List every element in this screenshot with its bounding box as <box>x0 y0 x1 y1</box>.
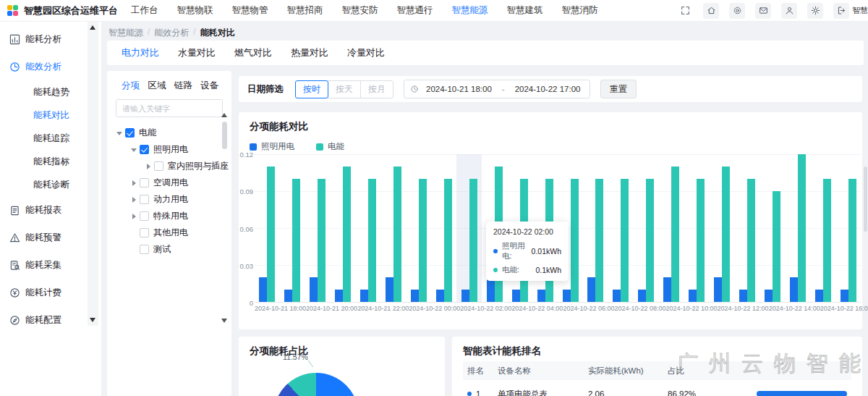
sidebar-subitem[interactable]: 能耗趋势 <box>0 80 101 104</box>
checkbox[interactable] <box>140 211 149 221</box>
tree-tab[interactable]: 链路 <box>174 80 192 92</box>
gear-icon[interactable] <box>729 3 745 19</box>
bar-group[interactable] <box>735 154 760 302</box>
scrollbar-thumb[interactable] <box>864 167 867 232</box>
tree-node[interactable]: 测试 <box>107 241 231 258</box>
tree-node[interactable]: 空调用电 <box>107 174 231 191</box>
tab-item[interactable]: 水量对比 <box>178 46 216 59</box>
sidebar-group[interactable]: 能耗计费 <box>0 279 101 306</box>
checkbox[interactable] <box>140 178 149 188</box>
caret-right-icon[interactable] <box>130 196 137 203</box>
tree-node[interactable]: 电能 <box>107 125 231 141</box>
tree-tab[interactable]: 设备 <box>200 80 218 92</box>
bar-group[interactable] <box>331 154 356 302</box>
bar-group[interactable] <box>785 154 810 302</box>
date-range-picker[interactable]: 2024-10-21 18:00 - 2024-10-22 17:00 <box>404 80 590 98</box>
scroll-up-icon[interactable] <box>221 113 227 117</box>
tree-tab[interactable]: 分项 <box>122 80 140 92</box>
tree-node[interactable]: 室内照明与插座 <box>107 158 231 174</box>
tab-item[interactable]: 燃气对比 <box>234 46 272 59</box>
top-nav-item[interactable]: 智慧通行 <box>397 4 433 17</box>
bar-group[interactable] <box>407 154 432 302</box>
period-button[interactable]: 按天 <box>328 80 361 98</box>
sidebar-group[interactable]: 能耗预警 <box>0 224 101 251</box>
bar-group[interactable] <box>760 154 785 302</box>
bar-group[interactable] <box>381 154 407 302</box>
top-nav-item[interactable]: 智慧建筑 <box>507 4 543 17</box>
checkbox[interactable] <box>140 145 149 154</box>
tree-search-input[interactable] <box>116 99 223 117</box>
caret-down-icon[interactable] <box>130 146 137 153</box>
sidebar-subitem[interactable]: 能耗诊断 <box>0 173 101 196</box>
bar-group[interactable] <box>710 154 735 302</box>
tree-node[interactable]: 特殊用电 <box>107 208 231 224</box>
legend-item[interactable]: 照明用电 <box>250 141 294 152</box>
scroll-down-icon[interactable] <box>90 318 95 322</box>
top-nav-item[interactable]: 智慧消防 <box>562 4 598 17</box>
tab-active[interactable]: 电力对比 <box>122 46 159 59</box>
top-nav-item[interactable]: 智慧能源 <box>452 4 488 17</box>
checkbox[interactable] <box>154 161 163 171</box>
user-icon[interactable] <box>781 3 797 19</box>
checkbox[interactable] <box>140 195 149 204</box>
sidebar-group[interactable]: 能耗配置 <box>0 306 101 334</box>
table-row[interactable]: 1单项电能总表2.0686.92% <box>463 383 851 396</box>
sidebar-group[interactable]: 能耗报表 <box>0 196 101 224</box>
bar-group[interactable] <box>431 154 456 302</box>
tree-node[interactable]: 其他用电 <box>107 224 231 241</box>
theme-icon[interactable] <box>807 3 823 19</box>
fullscreen-icon[interactable] <box>677 3 693 19</box>
bar-group[interactable] <box>608 154 634 302</box>
bar-group[interactable] <box>305 154 331 302</box>
sidebar-scrollbar[interactable] <box>88 22 98 326</box>
sidebar-group[interactable]: 能耗分析 <box>0 25 101 53</box>
bar-group[interactable] <box>583 154 608 302</box>
tab-item[interactable]: 冷量对比 <box>347 46 385 59</box>
top-nav-item[interactable]: 工作台 <box>131 4 158 17</box>
top-nav-item[interactable]: 智慧安防 <box>342 4 378 17</box>
exit-icon[interactable] <box>833 3 849 19</box>
bar-group[interactable] <box>255 154 280 302</box>
checkbox[interactable] <box>125 128 135 138</box>
sidebar-group[interactable]: 能效分析 <box>0 53 101 80</box>
caret-right-icon[interactable] <box>130 213 137 220</box>
tree-scrollbar[interactable] <box>221 113 229 323</box>
checkbox[interactable] <box>140 245 149 254</box>
home-icon[interactable] <box>703 3 719 19</box>
bar-group[interactable] <box>684 154 710 302</box>
legend-item[interactable]: 电能 <box>316 141 344 152</box>
sidebar-subitem[interactable]: 能耗追踪 <box>0 127 101 150</box>
top-nav-item[interactable]: 智慧物管 <box>232 4 268 17</box>
bar-group[interactable] <box>659 154 684 302</box>
sidebar-subitem[interactable]: 能耗指标 <box>0 150 101 173</box>
breadcrumb-item[interactable]: 智慧能源 <box>109 27 143 39</box>
period-button[interactable]: 按时 <box>295 80 328 98</box>
top-nav-item[interactable]: 智慧招商 <box>287 4 323 17</box>
bar-group[interactable] <box>634 154 659 302</box>
bar-group[interactable] <box>280 154 305 302</box>
bar-group[interactable] <box>356 154 381 302</box>
top-nav-item[interactable]: 智慧物联 <box>177 4 213 17</box>
caret-right-icon[interactable] <box>145 163 152 170</box>
scroll-up-icon[interactable] <box>90 25 95 30</box>
caret-right-icon[interactable] <box>130 180 137 187</box>
tree-tab[interactable]: 区域 <box>148 80 166 92</box>
checkbox[interactable] <box>140 228 149 237</box>
bar-group[interactable] <box>810 154 835 302</box>
tab-item[interactable]: 热量对比 <box>291 46 328 59</box>
tree-node[interactable]: 照明用电 <box>107 141 231 158</box>
bar-group[interactable] <box>456 154 482 302</box>
scrollbar-thumb[interactable] <box>222 122 227 149</box>
mail-icon[interactable] <box>755 3 771 19</box>
sidebar-group[interactable]: 能耗采集 <box>0 251 101 279</box>
window-scrollbar[interactable] <box>864 22 868 396</box>
reset-button[interactable]: 重置 <box>600 80 637 98</box>
sidebar-subitem[interactable]: 能耗对比 <box>0 104 101 127</box>
period-button[interactable]: 按月 <box>360 80 393 98</box>
breadcrumb-item[interactable]: 能效分析 <box>154 27 189 39</box>
tree-node[interactable]: 动力用电 <box>107 191 231 208</box>
caret-down-icon[interactable] <box>116 130 123 137</box>
scroll-down-icon[interactable] <box>221 319 227 323</box>
bar-group[interactable] <box>835 154 861 302</box>
pie-chart[interactable] <box>273 373 359 396</box>
